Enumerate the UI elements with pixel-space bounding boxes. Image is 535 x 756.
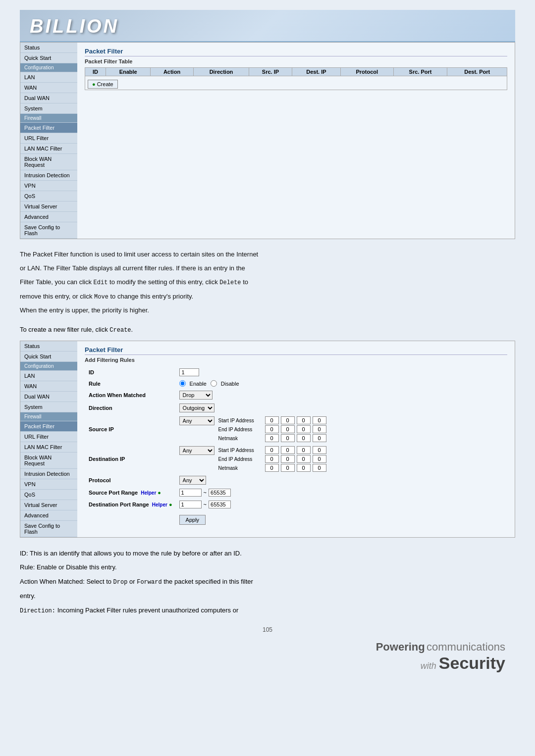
page-footer: 105 xyxy=(20,626,515,633)
dest-netmask-o1[interactable] xyxy=(265,464,279,472)
source-netmask-o2[interactable] xyxy=(281,434,295,442)
srcport-start-input[interactable] xyxy=(179,489,202,497)
bottom-sidebar-virtualserver[interactable]: Virtual Server xyxy=(20,500,77,510)
sidebar-item-intrusion[interactable]: Intrusion Detection xyxy=(20,170,77,181)
bottom-sidebar-lan[interactable]: LAN xyxy=(20,371,77,381)
source-netmask-o1[interactable] xyxy=(265,434,279,442)
desc-line4: remove this entry, or click Move to chan… xyxy=(20,291,515,302)
source-startip-o4[interactable] xyxy=(313,416,326,424)
bottom-sidebar-system[interactable]: System xyxy=(20,402,77,412)
dest-endip-o2[interactable] xyxy=(281,455,295,463)
bottom-sidebar-status[interactable]: Status xyxy=(20,341,77,352)
form-row-sourceip: Source IP Any Single IP Range xyxy=(86,415,506,444)
dest-startip-o3[interactable] xyxy=(297,446,311,454)
bottom-sidebar-lanmacfilter[interactable]: LAN MAC Filter xyxy=(20,442,77,453)
bottom-sidebar-packetfilter[interactable]: Packet Filter xyxy=(20,421,77,432)
sidebar-item-dualwan[interactable]: Dual WAN xyxy=(20,93,77,103)
sidebar-item-system[interactable]: System xyxy=(20,103,77,114)
destip-dropdown[interactable]: Any Single IP Range xyxy=(179,446,214,455)
bottom-sidebar-blockwan[interactable]: Block WAN Request xyxy=(20,453,77,469)
destport-helper-icon: ● xyxy=(169,502,172,507)
source-endip-o1[interactable] xyxy=(265,425,279,433)
destport-label: Destination Port Range Helper ● xyxy=(86,499,175,510)
form-row-rule: Rule Enable Disable xyxy=(86,379,506,388)
bottom-sidebar-qos[interactable]: QoS xyxy=(20,490,77,500)
sidebar-item-wan[interactable]: WAN xyxy=(20,83,77,93)
srcport-dash: ~ xyxy=(204,490,207,496)
col-header-srcport: Src. Port xyxy=(393,68,447,76)
dest-startip-o4[interactable] xyxy=(313,446,326,454)
rule-radio-group: Enable Disable xyxy=(179,380,503,387)
bd-action-line2: entry. xyxy=(20,590,515,602)
top-sub-title: Packet Filter Table xyxy=(85,58,507,64)
dest-netmask-o4[interactable] xyxy=(313,464,326,472)
sidebar-item-advanced[interactable]: Advanced xyxy=(20,212,77,222)
form-row-destport: Destination Port Range Helper ● ~ xyxy=(86,499,506,510)
source-startip-o1[interactable] xyxy=(265,416,279,424)
sidebar-item-virtualserver[interactable]: Virtual Server xyxy=(20,202,77,212)
bottom-sidebar-vpn[interactable]: VPN xyxy=(20,479,77,490)
srcport-end-input[interactable] xyxy=(209,489,231,497)
dest-netmask-o2[interactable] xyxy=(281,464,295,472)
direction-select[interactable]: Outgoing Incoming xyxy=(179,403,214,412)
dest-netmask-o3[interactable] xyxy=(297,464,311,472)
bottom-sidebar-intrusion[interactable]: Intrusion Detection xyxy=(20,469,77,479)
bottom-sidebar-urlfilter[interactable]: URL Filter xyxy=(20,432,77,442)
sourceip-dropdown[interactable]: Any Single IP Range xyxy=(179,416,214,425)
bottom-sidebar-advanced[interactable]: Advanced xyxy=(20,510,77,521)
destport-start-input[interactable] xyxy=(179,501,202,508)
bottom-sidebar-dualwan[interactable]: Dual WAN xyxy=(20,392,77,402)
sidebar-item-saveconfig[interactable]: Save Config to Flash xyxy=(20,222,77,239)
col-header-enable: Enable xyxy=(106,68,151,76)
rule-disable-radio[interactable] xyxy=(211,380,217,387)
source-endip-o4[interactable] xyxy=(313,425,326,433)
packet-filter-table: ID Enable Action Direction Src. IP Dest.… xyxy=(85,67,507,90)
col-header-action: Action xyxy=(151,68,194,76)
bottom-sidebar-quickstart[interactable]: Quick Start xyxy=(20,352,77,362)
source-startip-o3[interactable] xyxy=(297,416,311,424)
sidebar-item-urlfilter[interactable]: URL Filter xyxy=(20,133,77,144)
sidebar-item-quickstart[interactable]: Quick Start xyxy=(20,53,77,63)
sourceip-label: Source IP xyxy=(86,415,175,444)
id-input[interactable] xyxy=(179,368,199,376)
protocol-select[interactable]: Any TCP UDP ICMP xyxy=(179,476,206,485)
destport-dash: ~ xyxy=(204,502,207,507)
source-endip-o2[interactable] xyxy=(281,425,295,433)
col-header-protocol: Protocol xyxy=(341,68,393,76)
source-endip-o3[interactable] xyxy=(297,425,311,433)
form-row-protocol: Protocol Any TCP UDP ICMP xyxy=(86,474,506,486)
sidebar-item-lanmacfilter[interactable]: LAN MAC Filter xyxy=(20,144,77,154)
srcport-helper-link[interactable]: Helper xyxy=(141,490,156,496)
sidebar-item-firewall: Firewall xyxy=(20,114,77,123)
source-netmask-o3[interactable] xyxy=(297,434,311,442)
sidebar-item-packetfilter[interactable]: Packet Filter xyxy=(20,123,77,133)
dest-endip-label: End IP Address xyxy=(218,456,263,462)
bd-rule-line: Rule: Enable or Disable this entry. xyxy=(20,561,515,573)
sidebar-item-lan[interactable]: LAN xyxy=(20,72,77,83)
bottom-main-container: Status Quick Start Configuration LAN WAN… xyxy=(20,341,515,538)
col-header-id: ID xyxy=(85,68,106,76)
apply-button[interactable]: Apply xyxy=(179,515,206,525)
sidebar-item-blockwan[interactable]: Block WAN Request xyxy=(20,154,77,170)
bottom-sidebar-saveconfig[interactable]: Save Config to Flash xyxy=(20,521,77,537)
bottom-sidebar-firewall: Firewall xyxy=(20,412,77,421)
top-create-button[interactable]: ● Create xyxy=(88,80,118,89)
dest-endip-o1[interactable] xyxy=(265,455,279,463)
source-startip-o2[interactable] xyxy=(281,416,295,424)
destport-end-input[interactable] xyxy=(209,501,231,508)
dest-endip-o4[interactable] xyxy=(313,455,326,463)
direction-label: Direction xyxy=(86,402,175,414)
source-netmask-o4[interactable] xyxy=(313,434,326,442)
sidebar-item-status[interactable]: Status xyxy=(20,43,77,53)
destport-helper-link[interactable]: Helper xyxy=(152,502,167,507)
dest-startip-o2[interactable] xyxy=(281,446,295,454)
action-select[interactable]: Drop Forward xyxy=(179,391,213,400)
sidebar-item-qos[interactable]: QoS xyxy=(20,191,77,202)
brand-text: Powering communications with Security xyxy=(376,641,505,673)
dest-startip-o1[interactable] xyxy=(265,446,279,454)
dest-endip-o3[interactable] xyxy=(297,455,311,463)
sidebar-item-vpn[interactable]: VPN xyxy=(20,181,77,191)
rule-enable-radio[interactable] xyxy=(179,380,186,387)
bottom-sidebar-wan[interactable]: WAN xyxy=(20,381,77,392)
source-startip-label: Start IP Address xyxy=(218,418,263,423)
